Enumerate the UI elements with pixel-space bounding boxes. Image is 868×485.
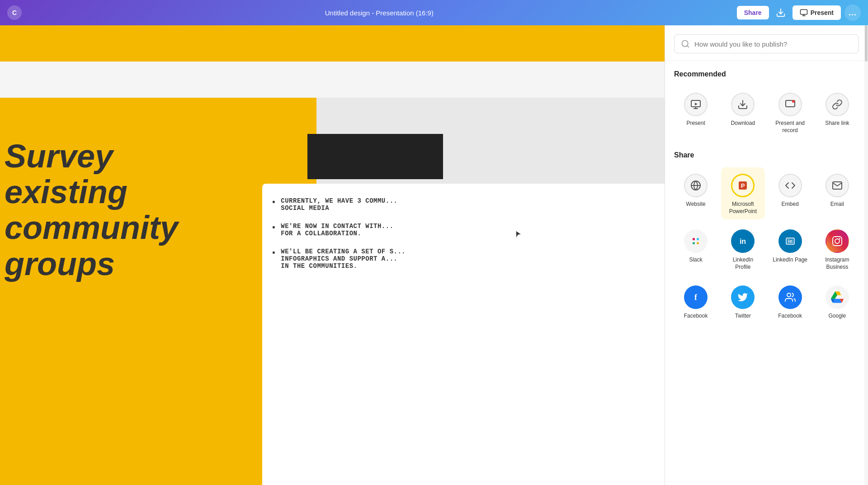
bullet-item-2: • WE'RE NOW IN CONTACT WITH...FOR A COLL… [271, 223, 656, 237]
svg-text:f: f [694, 293, 698, 302]
twitter-icon-circle [731, 285, 755, 309]
present-icon [800, 9, 808, 17]
svg-point-27 [835, 239, 840, 243]
search-section [665, 25, 868, 61]
embed-label: Embed [782, 201, 799, 208]
download-label: Download [731, 120, 755, 127]
option-embed[interactable]: Embed [769, 167, 812, 219]
share-grid: Website P Microsoft PowerPoint [674, 167, 859, 324]
linkedin-page-icon: in [785, 236, 796, 247]
bullet-item-1: • CURRENTLY, WE HAVE 3 COMMU...SOCIAL ME… [271, 197, 656, 212]
bullet-dot: • [271, 223, 276, 233]
recommended-grid: Present Download [674, 86, 859, 138]
option-linkedin-profile[interactable]: in LinkedIn Profile [721, 223, 764, 275]
option-download[interactable]: Download [721, 86, 764, 138]
option-microsoft-powerpoint[interactable]: P Microsoft PowerPoint [721, 167, 764, 219]
email-icon [832, 180, 843, 191]
slack-label: Slack [689, 257, 702, 264]
present-button[interactable]: Present [793, 5, 841, 20]
white-band [0, 62, 665, 98]
option-present-record[interactable]: Present and record [769, 86, 812, 138]
document-title: Untitled design - Presentation (16:9) [325, 9, 434, 17]
bullet-dot: • [271, 198, 276, 207]
option-instagram-business[interactable]: Instagram Business [816, 223, 859, 275]
option-google-drive[interactable]: Google [816, 279, 859, 324]
facebook-icon: f [690, 292, 701, 303]
website-icon [690, 180, 701, 191]
white-card: • CURRENTLY, WE HAVE 3 COMMU...SOCIAL ME… [262, 184, 665, 485]
download-header-button[interactable] [773, 5, 789, 21]
option-linkedin-page[interactable]: in LinkedIn Page [769, 223, 812, 275]
slide: Survey existing community groups • CURRE… [0, 25, 665, 485]
svg-rect-20 [697, 238, 699, 240]
search-icon [681, 39, 690, 48]
svg-line-7 [687, 46, 689, 48]
panel-content: Recommended Present [665, 61, 868, 485]
powerpoint-icon: P [737, 180, 748, 191]
option-facebook-group[interactable]: Facebook [769, 279, 812, 324]
embed-icon [785, 180, 796, 191]
header-left: C [7, 5, 22, 20]
svg-text:C: C [12, 9, 17, 16]
slack-icon-circle [684, 229, 708, 253]
download-icon-circle [731, 93, 755, 116]
instagram-icon [832, 236, 843, 247]
yellow-top-band [0, 25, 665, 62]
option-website[interactable]: Website [674, 167, 717, 219]
website-label: Website [686, 201, 706, 208]
scrollbar-thumb[interactable] [865, 25, 868, 62]
bullet-dot: • [271, 249, 276, 258]
linkedin-page-label: LinkedIn Page [773, 257, 807, 264]
slack-icon [690, 236, 701, 247]
option-share-link[interactable]: Share link [816, 86, 859, 138]
publish-panel: Recommended Present [665, 25, 868, 485]
present-record-icon [785, 99, 796, 110]
powerpoint-label: Microsoft PowerPoint [725, 201, 761, 215]
dark-rectangle [307, 134, 443, 179]
option-facebook[interactable]: f Facebook [674, 279, 717, 324]
download-icon [776, 8, 786, 18]
option-email[interactable]: Email [816, 167, 859, 219]
email-icon-circle [826, 174, 849, 197]
powerpoint-icon-circle: P [731, 174, 755, 197]
download-icon [737, 99, 748, 110]
present-record-icon-circle [778, 93, 802, 116]
svg-point-30 [787, 293, 791, 297]
share-link-icon-circle [826, 93, 849, 116]
bullet-item-3: • WE'LL BE CREATING A SET OF S...INFOGRA… [271, 248, 656, 270]
more-options-button[interactable]: ... [844, 5, 861, 21]
scrollbar-track [864, 25, 868, 485]
facebook-group-icon [785, 292, 796, 303]
svg-point-28 [839, 238, 840, 239]
linkedin-profile-label: LinkedIn Profile [725, 257, 761, 271]
svg-rect-26 [833, 237, 842, 246]
present-record-label: Present and record [772, 120, 808, 134]
svg-rect-21 [693, 242, 695, 244]
email-label: Email [830, 201, 844, 208]
search-input-wrap[interactable] [674, 34, 859, 53]
share-section-label: Share [674, 151, 859, 159]
option-twitter[interactable]: Twitter [721, 279, 764, 324]
app-header: C Untitled design - Presentation (16:9) … [0, 0, 868, 25]
present-label: Present [686, 120, 705, 127]
linkedin-profile-icon-circle: in [731, 229, 755, 253]
facebook-icon-circle: f [684, 285, 708, 309]
svg-rect-22 [697, 242, 699, 244]
facebook-label: Facebook [684, 313, 708, 320]
google-drive-icon [831, 291, 844, 304]
linkedin-page-icon-circle: in [778, 229, 802, 253]
google-drive-label: Google [829, 313, 846, 320]
facebook-group-icon-circle [778, 285, 802, 309]
search-input[interactable] [694, 40, 852, 48]
present-icon [690, 99, 701, 110]
option-present[interactable]: Present [674, 86, 717, 138]
canva-logo: C [7, 5, 22, 20]
share-button[interactable]: Share [737, 6, 769, 19]
svg-rect-19 [693, 238, 695, 240]
twitter-icon [737, 292, 748, 303]
instagram-label: Instagram Business [819, 257, 855, 271]
slide-title: Survey existing community groups [5, 138, 178, 282]
facebook-group-label: Facebook [778, 313, 802, 320]
option-slack[interactable]: Slack [674, 223, 717, 275]
share-link-icon [832, 99, 843, 110]
